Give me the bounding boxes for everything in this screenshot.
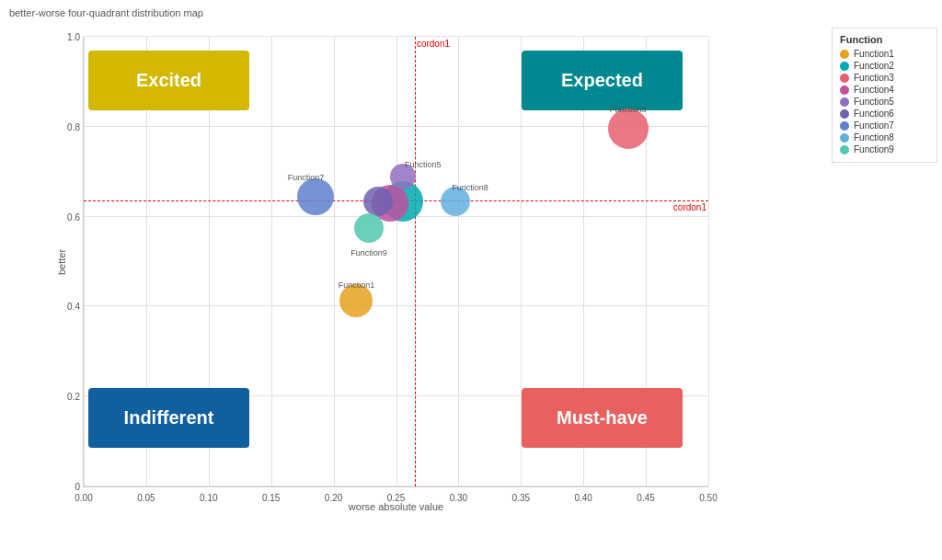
x-tick-label: 0.30 <box>450 493 467 503</box>
bubble-label-function7: Function7 <box>288 173 325 182</box>
plot-area: 00.20.40.60.81.00.000.050.100.150.200.25… <box>83 37 708 487</box>
legend-item: Function9 <box>840 144 929 154</box>
grid-line-vertical <box>396 37 397 486</box>
bubble-function6 <box>363 187 393 216</box>
legend-item: Function6 <box>840 109 929 119</box>
y-tick-label: 0.2 <box>67 392 80 402</box>
legend-item: Function4 <box>840 85 929 95</box>
bubble-function9 <box>354 213 384 243</box>
legend-dot <box>840 121 849 131</box>
cordon-y-label: cordon1 <box>673 202 706 212</box>
legend-dot <box>840 97 849 107</box>
x-tick-label: 0.40 <box>574 493 592 503</box>
y-tick-label: 0.8 <box>67 121 80 131</box>
x-tick-label: 0.00 <box>75 493 92 503</box>
quadrant-label-must-have: Must-have <box>522 388 683 448</box>
chart-container: better-worse four-quadrant distribution … <box>0 0 942 560</box>
legend-dot <box>840 86 849 95</box>
legend-dot <box>840 62 849 71</box>
quadrant-label-indifferent: Indifferent <box>88 388 249 448</box>
y-axis-label: better <box>56 248 67 274</box>
grid-line-vertical <box>271 37 272 486</box>
y-tick-label: 1.0 <box>67 32 80 42</box>
legend-item: Function8 <box>840 132 929 143</box>
x-tick-label: 0.05 <box>137 493 155 503</box>
y-tick-label: 0 <box>75 482 80 492</box>
cordon-x-label: cordon1 <box>417 39 450 49</box>
x-axis-label: worse absolute value <box>349 501 443 512</box>
legend-dot <box>840 50 849 59</box>
quadrant-label-expected: Expected <box>522 51 683 110</box>
legend-label: Function9 <box>854 144 894 154</box>
chart-title: better-worse four-quadrant distribution … <box>9 7 203 18</box>
legend-label: Function3 <box>854 73 894 83</box>
legend-item: Function1 <box>840 49 929 59</box>
legend-label: Function5 <box>854 97 894 107</box>
grid-line-vertical <box>334 37 335 486</box>
legend-title: Function <box>840 34 929 45</box>
legend-label: Function4 <box>854 85 894 95</box>
legend-item: Function3 <box>840 73 929 83</box>
grid-line-vertical <box>84 37 85 486</box>
legend-label: Function8 <box>854 132 894 143</box>
x-tick-label: 0.50 <box>699 493 717 503</box>
legend-item: Function2 <box>840 61 929 71</box>
cordon-x-line <box>415 37 416 486</box>
legend-item: Function5 <box>840 97 929 107</box>
x-tick-label: 0.45 <box>637 493 654 503</box>
legend-dot <box>840 145 849 154</box>
chart-area: 00.20.40.60.81.00.000.050.100.150.200.25… <box>46 28 828 515</box>
y-tick-label: 0.6 <box>67 211 80 222</box>
legend-label: Function1 <box>854 49 894 59</box>
bubble-function7 <box>297 178 334 215</box>
bubble-label-function9: Function9 <box>350 248 387 257</box>
legend-label: Function2 <box>854 61 894 71</box>
legend-item: Function7 <box>840 120 929 131</box>
x-tick-label: 0.10 <box>200 493 217 503</box>
legend-dot <box>840 74 849 83</box>
bubble-label-function5: Function5 <box>405 160 442 169</box>
bubble-label-function1: Function1 <box>339 280 375 290</box>
bubble-function3 <box>608 109 649 149</box>
legend-dot <box>840 109 849 119</box>
x-tick-label: 0.15 <box>262 493 280 503</box>
y-tick-label: 0.4 <box>67 302 80 312</box>
legend-dot <box>840 133 849 143</box>
x-tick-label: 0.20 <box>325 493 342 503</box>
legend-label: Function6 <box>854 109 894 119</box>
quadrant-label-excited: Excited <box>88 51 249 110</box>
grid-line-vertical <box>458 37 459 486</box>
legend: Function Function1Function2Function3Func… <box>832 28 937 163</box>
bubble-label-function3: Function3 <box>610 105 647 114</box>
grid-line-vertical <box>708 37 709 486</box>
bubble-label-function8: Function8 <box>452 183 488 192</box>
legend-label: Function7 <box>854 120 894 131</box>
x-tick-label: 0.35 <box>512 493 530 503</box>
